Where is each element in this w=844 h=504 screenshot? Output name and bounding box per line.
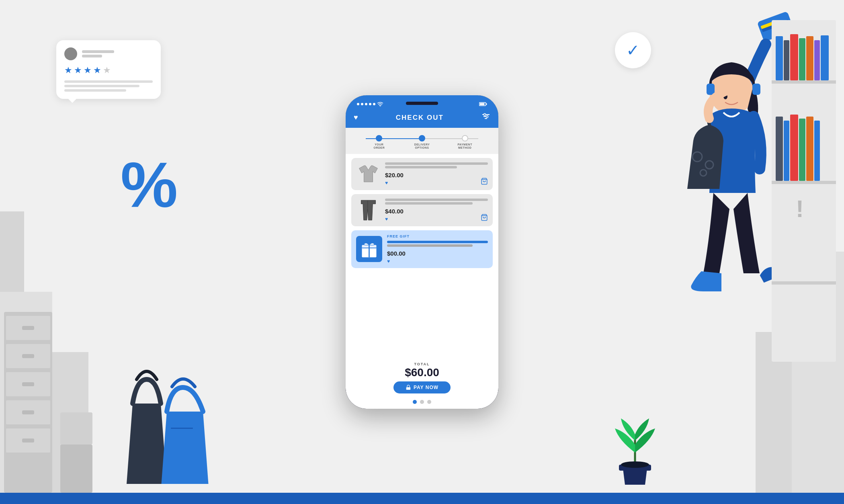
review-text-line bbox=[64, 80, 153, 83]
phone-body: ♥ CHECK OUT bbox=[346, 95, 498, 409]
svg-rect-58 bbox=[799, 119, 805, 181]
step-label: DELIVERYOPTIONS bbox=[414, 143, 430, 150]
step-dot-active bbox=[419, 135, 425, 141]
review-text-line bbox=[64, 89, 126, 92]
product-image-tshirt bbox=[356, 162, 380, 186]
signal-dot bbox=[365, 103, 367, 105]
svg-rect-54 bbox=[821, 35, 829, 80]
svg-rect-59 bbox=[806, 117, 813, 181]
svg-point-21 bbox=[484, 114, 486, 116]
product-heart-icon[interactable]: ♥ bbox=[385, 180, 488, 186]
svg-rect-45 bbox=[772, 80, 836, 84]
svg-rect-40 bbox=[752, 84, 760, 95]
plant-decoration bbox=[603, 404, 667, 493]
total-amount: $60.00 bbox=[351, 366, 493, 379]
review-bubble: ★ ★ ★ ★ ★ bbox=[56, 40, 161, 99]
pag-dot bbox=[420, 400, 424, 404]
signal-dot bbox=[357, 103, 359, 105]
review-avatar bbox=[64, 47, 77, 60]
phone-notch bbox=[406, 102, 438, 105]
step-label: PAYMENTMETHOD bbox=[457, 143, 472, 150]
wifi-icon bbox=[377, 102, 383, 107]
product-card-gift: FREE GIFT $00.00 ♥ bbox=[351, 230, 493, 268]
filter-svg bbox=[481, 113, 490, 120]
signal-dot bbox=[373, 103, 375, 105]
product-heart-icon[interactable]: ♥ bbox=[387, 258, 488, 264]
bookshelf-right: ! bbox=[764, 0, 844, 362]
svg-rect-46 bbox=[772, 181, 836, 184]
pagination-dots bbox=[346, 397, 498, 409]
lock-icon bbox=[406, 385, 411, 390]
svg-rect-48 bbox=[776, 36, 783, 80]
product-card-tshirt: $20.00 ♥ bbox=[351, 158, 493, 190]
gift-product-details: FREE GIFT $00.00 ♥ bbox=[387, 234, 488, 264]
desc-line bbox=[387, 244, 473, 247]
svg-rect-57 bbox=[790, 115, 798, 181]
svg-point-14 bbox=[380, 106, 381, 107]
svg-rect-6 bbox=[22, 326, 34, 330]
svg-rect-30 bbox=[406, 387, 411, 389]
desc-line bbox=[385, 199, 488, 201]
total-label: TOTAL bbox=[351, 362, 493, 366]
battery-icon bbox=[479, 102, 487, 107]
status-bar bbox=[346, 102, 498, 107]
phone-mockup: ♥ CHECK OUT bbox=[346, 95, 498, 409]
product-price-3: $00.00 bbox=[387, 250, 488, 257]
step-label: YOURORDER bbox=[373, 143, 385, 150]
svg-rect-8 bbox=[22, 382, 34, 386]
svg-rect-50 bbox=[790, 34, 798, 80]
svg-rect-60 bbox=[814, 121, 820, 181]
step-delivery: DELIVERYOPTIONS bbox=[401, 135, 444, 150]
gift-icon bbox=[360, 240, 378, 258]
product-image-pants bbox=[356, 198, 380, 222]
review-name-line bbox=[82, 55, 102, 57]
product-price-1: $20.00 bbox=[385, 172, 488, 178]
cart-svg bbox=[481, 178, 488, 185]
svg-rect-39 bbox=[707, 84, 715, 95]
svg-rect-11 bbox=[60, 412, 92, 445]
pay-button-label: PAY NOW bbox=[414, 385, 438, 390]
desc-line bbox=[385, 166, 457, 168]
svg-rect-53 bbox=[814, 40, 820, 80]
svg-rect-56 bbox=[784, 121, 789, 181]
checkout-title: CHECK OUT bbox=[396, 114, 444, 122]
step-your-order: YOURORDER bbox=[358, 135, 401, 150]
phone-header: ♥ CHECK OUT bbox=[346, 95, 498, 128]
step-payment: PAYMENTMETHOD bbox=[443, 135, 486, 150]
svg-rect-10 bbox=[22, 438, 34, 443]
svg-rect-9 bbox=[22, 410, 34, 414]
signal-dots bbox=[357, 102, 383, 107]
pants-icon bbox=[359, 198, 377, 222]
product-details: $40.00 ♥ bbox=[385, 199, 488, 222]
filter-icon[interactable] bbox=[481, 113, 490, 122]
product-heart-icon[interactable]: ♥ bbox=[385, 216, 488, 222]
progress-steps: YOURORDER DELIVERYOPTIONS PAYMENTMETHOD bbox=[358, 135, 486, 150]
svg-rect-12 bbox=[60, 445, 92, 493]
tshirt-icon bbox=[357, 163, 379, 185]
bottom-bar bbox=[0, 493, 844, 504]
star-filled: ★ bbox=[84, 65, 92, 76]
cart-icon[interactable] bbox=[481, 178, 488, 186]
pag-dot-active bbox=[413, 400, 417, 404]
scene: ★ ★ ★ ★ ★ % bbox=[0, 0, 844, 504]
step-dot-active bbox=[376, 135, 382, 141]
star-empty: ★ bbox=[103, 65, 111, 76]
step-dot-empty bbox=[462, 135, 468, 141]
star-filled: ★ bbox=[64, 65, 72, 76]
svg-rect-47 bbox=[772, 281, 836, 285]
cart-svg bbox=[481, 214, 488, 221]
svg-rect-16 bbox=[480, 103, 485, 105]
status-icons-right bbox=[479, 102, 487, 107]
svg-rect-17 bbox=[486, 103, 487, 105]
cart-icon[interactable] bbox=[481, 214, 488, 222]
signal-dot bbox=[369, 103, 371, 105]
svg-rect-7 bbox=[22, 354, 34, 358]
svg-rect-51 bbox=[799, 38, 805, 80]
total-section: TOTAL $60.00 PAY NOW bbox=[346, 358, 498, 397]
product-price-2: $40.00 bbox=[385, 208, 488, 215]
pay-now-button[interactable]: PAY NOW bbox=[393, 381, 451, 393]
review-text-line bbox=[64, 85, 139, 87]
heart-icon[interactable]: ♥ bbox=[354, 113, 358, 122]
product-card-pants: $40.00 ♥ bbox=[351, 194, 493, 226]
product-image-gift bbox=[356, 236, 382, 262]
